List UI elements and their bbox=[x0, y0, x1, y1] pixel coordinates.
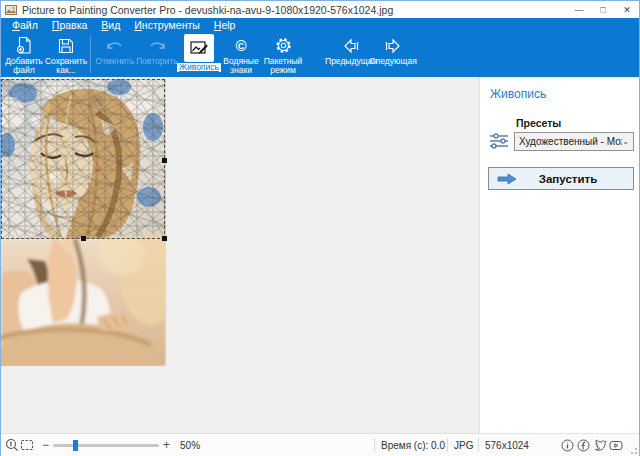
close-button[interactable]: ✕ bbox=[615, 1, 639, 18]
run-label: Запустить bbox=[517, 173, 619, 185]
add-file-button[interactable]: Добавить файл bbox=[3, 34, 45, 76]
actual-size-icon[interactable] bbox=[4, 438, 19, 453]
zoom-slider[interactable] bbox=[53, 444, 159, 447]
undo-label: Отменить bbox=[96, 57, 135, 66]
next-label: Следующая bbox=[369, 57, 417, 66]
presets-label: Пресеты bbox=[516, 117, 639, 129]
add-file-icon bbox=[15, 34, 34, 57]
panel-heading: Живопись bbox=[490, 87, 639, 101]
run-button[interactable]: Запустить bbox=[488, 167, 634, 190]
watermarks-label: Водяные знаки bbox=[220, 57, 262, 76]
menubar: Файл Правка Вид Инструменты Help bbox=[1, 18, 639, 32]
painting-label: Живопись bbox=[177, 63, 221, 72]
window-title: Picture to Painting Converter Pro - devu… bbox=[22, 4, 393, 16]
social-links bbox=[559, 438, 623, 453]
statusbar-right: Время (с): 0.0 JPG 576x1024 bbox=[374, 434, 639, 456]
chevron-down-icon: ⌄ bbox=[622, 137, 629, 146]
run-arrow-icon bbox=[497, 173, 517, 185]
selection-marquee[interactable] bbox=[1, 79, 165, 239]
previous-button[interactable]: Предыдущая bbox=[330, 34, 372, 66]
fit-to-window-icon[interactable] bbox=[19, 438, 34, 453]
undo-button: Отменить bbox=[94, 34, 136, 66]
preset-select[interactable]: Художественный - Мозаика ⌄ bbox=[514, 132, 634, 151]
zoom-in-button[interactable]: + bbox=[159, 438, 174, 452]
minimize-button[interactable]: — bbox=[567, 1, 591, 18]
app-window: Picture to Painting Converter Pro - devu… bbox=[0, 0, 640, 456]
selection-handle-right[interactable] bbox=[162, 158, 167, 163]
gear-icon bbox=[274, 34, 293, 57]
menu-file[interactable]: Файл bbox=[5, 18, 45, 32]
menu-help[interactable]: Help bbox=[207, 18, 243, 32]
window-controls: — □ ✕ bbox=[567, 1, 639, 18]
dimensions-value: 576x1024 bbox=[479, 440, 535, 451]
selection-handle-bottom[interactable] bbox=[81, 236, 86, 241]
zoom-out-button[interactable]: − bbox=[38, 438, 53, 452]
resize-grip[interactable] bbox=[629, 442, 637, 454]
statusbar: − + 50% Время (с): 0.0 JPG 576x1024 bbox=[1, 433, 639, 456]
app-icon bbox=[5, 4, 17, 16]
painting-button[interactable]: Живопись bbox=[178, 34, 220, 72]
menu-tools[interactable]: Инструменты bbox=[127, 18, 206, 32]
watermarks-button[interactable]: © Водяные знаки bbox=[220, 34, 262, 76]
redo-label: Повторить bbox=[136, 57, 178, 66]
batch-mode-label: Пакетный режим bbox=[262, 57, 304, 76]
zoom-slider-handle[interactable] bbox=[73, 440, 78, 451]
selection-handle-corner[interactable] bbox=[162, 236, 167, 241]
format-value: JPG bbox=[448, 440, 478, 451]
sliders-icon bbox=[488, 131, 510, 151]
undo-icon bbox=[105, 34, 125, 57]
save-as-label: Сохранить как... bbox=[45, 57, 87, 76]
menu-edit[interactable]: Правка bbox=[45, 18, 94, 32]
save-icon bbox=[57, 34, 75, 57]
settings-panel: Живопись Пресеты Художественный - Мозаик… bbox=[479, 77, 639, 433]
next-button[interactable]: Следующая bbox=[372, 34, 414, 66]
titlebar: Picture to Painting Converter Pro - devu… bbox=[1, 1, 639, 18]
toolbar-separator bbox=[90, 35, 91, 73]
image-canvas[interactable] bbox=[1, 77, 479, 433]
copyright-icon: © bbox=[235, 34, 246, 57]
facebook-icon[interactable] bbox=[576, 438, 591, 453]
painting-icon bbox=[184, 34, 214, 62]
add-file-label: Добавить файл bbox=[3, 57, 45, 76]
youtube-icon[interactable] bbox=[608, 438, 623, 453]
batch-mode-button[interactable]: Пакетный режим bbox=[262, 34, 304, 76]
maximize-button[interactable]: □ bbox=[591, 1, 615, 18]
content-area: Живопись Пресеты Художественный - Мозаик… bbox=[1, 77, 639, 433]
redo-icon bbox=[147, 34, 167, 57]
menu-view[interactable]: Вид bbox=[94, 18, 127, 32]
zoom-value: 50% bbox=[180, 440, 200, 451]
arrow-left-icon bbox=[341, 34, 361, 57]
redo-button: Повторить bbox=[136, 34, 178, 66]
save-as-button[interactable]: Сохранить как... bbox=[45, 34, 87, 76]
info-icon[interactable] bbox=[560, 438, 575, 453]
preset-row: Художественный - Мозаика ⌄ bbox=[488, 131, 639, 151]
arrow-right-icon bbox=[383, 34, 403, 57]
toolbar: Добавить файл Сохранить как... Отменить bbox=[1, 32, 639, 77]
twitter-icon[interactable] bbox=[592, 438, 607, 453]
time-value: Время (с): 0.0 bbox=[375, 440, 447, 451]
preset-value: Художественный - Мозаика bbox=[519, 136, 622, 147]
